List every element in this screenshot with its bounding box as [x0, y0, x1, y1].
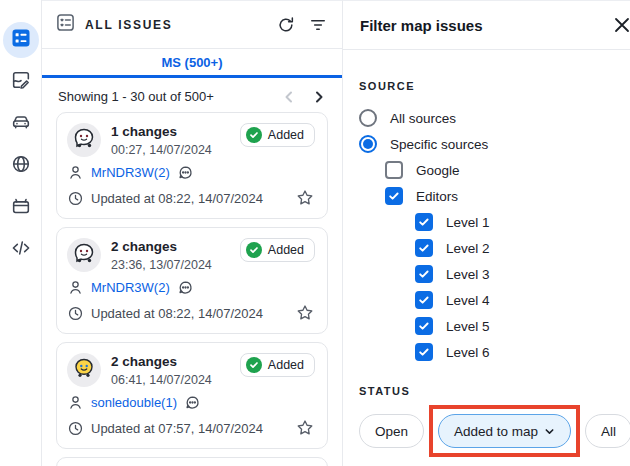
checkbox-label: Google: [416, 163, 460, 178]
updated-clock-icon: [67, 190, 84, 207]
source-section-label: SOURCE: [359, 80, 630, 92]
issue-card[interactable]: 2 changes 23:36, 13/07/2024 Added MrNDR3…: [56, 227, 328, 334]
checkbox-level-5[interactable]: Level 5: [415, 313, 630, 339]
chip-added-to-map[interactable]: Added to map: [438, 414, 571, 448]
close-icon[interactable]: [613, 16, 630, 34]
checkbox-icon[interactable]: [415, 291, 433, 309]
results-summary-row: Showing 1 - 30 out of 500+: [42, 78, 342, 111]
issue-card-list: 1 changes 00:27, 14/07/2024 Added MrNDR3…: [42, 111, 342, 466]
chip-label: Added to map: [454, 424, 538, 439]
avatar: [67, 123, 101, 157]
added-check-icon: [246, 127, 262, 143]
code-icon: [10, 237, 32, 263]
card-title: 1 changes: [111, 123, 212, 139]
issue-card[interactable]: 2 changes 06:41, 14/07/2024 Added sonled…: [56, 342, 328, 449]
globe-icon: [10, 153, 32, 179]
checkbox-level-6[interactable]: Level 6: [415, 339, 630, 365]
user-link[interactable]: MrNDR3W(2): [91, 165, 170, 180]
rail-item-map-edit[interactable]: [3, 64, 39, 100]
page-prev-icon[interactable]: [282, 90, 296, 104]
updated-text: Updated at 08:22, 14/07/2024: [91, 306, 263, 321]
radio-icon[interactable]: [359, 135, 377, 153]
chip-all[interactable]: All: [585, 414, 630, 448]
rail-item-issues[interactable]: [3, 22, 39, 58]
checkbox-label: Level 4: [446, 293, 490, 308]
map-edit-icon: [10, 69, 32, 95]
waze-car-icon: [72, 242, 96, 268]
updated-clock-icon: [67, 420, 84, 437]
checkbox-icon[interactable]: [385, 187, 403, 205]
checkbox-google[interactable]: Google: [385, 157, 630, 183]
radio-label: All sources: [390, 111, 456, 126]
issues-board-icon: [11, 28, 31, 52]
radio-icon[interactable]: [359, 109, 377, 127]
card-title: 2 changes: [111, 353, 212, 369]
status-badge-label: Added: [268, 358, 304, 372]
waze-mood-happy-icon: [72, 357, 96, 383]
status-badge-label: Added: [268, 243, 304, 257]
checkbox-label: Level 5: [446, 319, 490, 334]
checkbox-icon[interactable]: [415, 317, 433, 335]
user-icon: [67, 164, 84, 181]
issue-card[interactable]: 1 changes 00:27, 14/07/2024 Added MrNDR3…: [56, 112, 328, 219]
checkbox-level-4[interactable]: Level 4: [415, 287, 630, 313]
checkbox-label: Level 1: [446, 215, 490, 230]
added-check-icon: [246, 357, 262, 373]
status-badge: Added: [240, 123, 315, 147]
issue-card[interactable]: [56, 457, 328, 466]
added-check-icon: [246, 242, 262, 258]
status-badge: Added: [240, 238, 315, 262]
updated-text: Updated at 07:57, 14/07/2024: [91, 421, 263, 436]
comment-icon[interactable]: [177, 279, 194, 296]
left-icon-rail: [0, 0, 42, 466]
favorite-star-icon[interactable]: [295, 418, 315, 438]
comment-icon[interactable]: [177, 164, 194, 181]
card-timestamp: 23:36, 13/07/2024: [111, 258, 212, 272]
rail-item-traffic[interactable]: [3, 106, 39, 142]
card-title: 2 changes: [111, 238, 212, 254]
rail-item-web[interactable]: [3, 148, 39, 184]
avatar: [67, 238, 101, 272]
user-icon: [67, 279, 84, 296]
card-timestamp: 06:41, 14/07/2024: [111, 373, 212, 387]
checkbox-level-1[interactable]: Level 1: [415, 209, 630, 235]
checkbox-level-3[interactable]: Level 3: [415, 261, 630, 287]
chevron-down-icon: [544, 426, 555, 437]
status-section-label: STATUS: [359, 385, 630, 397]
events-icon: [10, 195, 32, 221]
status-badge-label: Added: [268, 128, 304, 142]
status-badge: Added: [240, 353, 315, 377]
refresh-icon[interactable]: [276, 15, 296, 35]
checkbox-icon[interactable]: [415, 343, 433, 361]
tab-ms[interactable]: MS (500+): [161, 55, 222, 70]
chip-label: All: [601, 424, 616, 439]
checkbox-icon[interactable]: [415, 265, 433, 283]
radio-all-sources[interactable]: All sources: [359, 105, 630, 131]
favorite-star-icon[interactable]: [295, 303, 315, 323]
checkbox-icon[interactable]: [385, 161, 403, 179]
filter-panel-body: SOURCE All sources Specific sources Goog…: [343, 50, 630, 455]
checkbox-label: Level 2: [446, 241, 490, 256]
filter-icon[interactable]: [308, 15, 328, 35]
checkbox-editors[interactable]: Editors: [385, 183, 630, 209]
favorite-star-icon[interactable]: [295, 188, 315, 208]
rail-item-developer[interactable]: [3, 232, 39, 268]
chip-open[interactable]: Open: [359, 414, 424, 448]
checkbox-icon[interactable]: [415, 239, 433, 257]
page-next-icon[interactable]: [312, 90, 326, 104]
checkbox-level-2[interactable]: Level 2: [415, 235, 630, 261]
avatar: [67, 353, 101, 387]
rail-item-events[interactable]: [3, 190, 39, 226]
updated-text: Updated at 08:22, 14/07/2024: [91, 191, 263, 206]
radio-specific-sources[interactable]: Specific sources: [359, 131, 630, 157]
car-icon: [10, 111, 32, 137]
tab-bar: MS (500+): [42, 49, 342, 78]
user-link[interactable]: sonledouble(1): [91, 395, 177, 410]
checkbox-label: Level 3: [446, 267, 490, 282]
pagination: [282, 90, 326, 104]
comment-icon[interactable]: [184, 394, 201, 411]
results-summary: Showing 1 - 30 out of 500+: [58, 89, 214, 104]
chip-label: Open: [375, 424, 408, 439]
user-link[interactable]: MrNDR3W(2): [91, 280, 170, 295]
checkbox-icon[interactable]: [415, 213, 433, 231]
